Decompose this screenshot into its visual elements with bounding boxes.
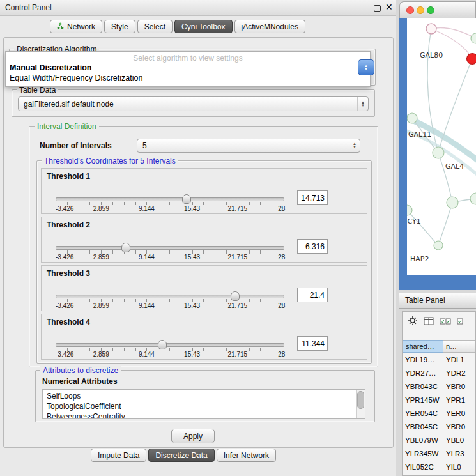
network-node[interactable] bbox=[447, 197, 458, 208]
network-window-titlebar[interactable] bbox=[399, 1, 476, 18]
table-panel-bar[interactable]: Table Panel bbox=[399, 293, 476, 309]
control-panel-titlebar[interactable] bbox=[0, 0, 396, 16]
select-rows-icon[interactable] bbox=[457, 316, 464, 328]
network-canvas[interactable]: GAL80 GAL11 GAL4 GCY1 HAP2 bbox=[407, 18, 476, 275]
tab-jactivemnodules[interactable]: jActiveMNodules bbox=[234, 20, 305, 33]
list-item[interactable]: SelfLoops bbox=[43, 391, 365, 401]
cell[interactable]: YBR0 bbox=[446, 383, 476, 390]
number-of-intervals-combo[interactable]: 5 ▲▼ bbox=[137, 139, 360, 153]
cell[interactable]: YBR043C bbox=[405, 383, 442, 390]
cell[interactable]: YLR3 bbox=[446, 450, 476, 457]
cell[interactable]: YDR27… bbox=[405, 369, 442, 377]
attributes-list[interactable]: SelfLoops TopologicalCoefficient Between… bbox=[42, 389, 365, 419]
table-row[interactable]: YER054CYER0 bbox=[403, 408, 476, 421]
threshold-slider[interactable]: -3.4262.8599.14415.4321.71528 bbox=[56, 340, 283, 358]
network-node[interactable] bbox=[433, 147, 444, 158]
network-node[interactable] bbox=[471, 33, 476, 43]
gear-icon[interactable] bbox=[408, 316, 418, 328]
tab-discretize-data[interactable]: Discretize Data bbox=[148, 449, 214, 462]
columns-icon[interactable] bbox=[424, 316, 434, 328]
close-icon[interactable]: ✕ bbox=[385, 2, 393, 12]
cell[interactable]: YBL079W bbox=[405, 436, 442, 444]
cell[interactable]: YER054C bbox=[405, 410, 442, 417]
apply-button[interactable]: Apply bbox=[171, 429, 215, 443]
slider-thumb[interactable] bbox=[182, 194, 191, 204]
tab-style[interactable]: Style bbox=[104, 20, 135, 33]
mac-minimize-button[interactable] bbox=[417, 6, 424, 14]
threshold-slider[interactable]: -3.4262.8599.14415.4321.71528 bbox=[56, 243, 283, 261]
control-panel-title: Control Panel bbox=[5, 3, 52, 12]
threshold-value-field[interactable] bbox=[297, 288, 328, 302]
slider-track[interactable] bbox=[56, 246, 284, 250]
threshold-label: Threshold 4 bbox=[47, 318, 90, 326]
tab-network[interactable]: Network bbox=[50, 20, 102, 33]
cell[interactable]: YPR1 bbox=[446, 396, 476, 404]
cell[interactable]: YBR0 bbox=[446, 423, 476, 431]
cell[interactable]: YBL0 bbox=[446, 436, 476, 444]
tab-impute-data[interactable]: Impute Data bbox=[91, 449, 146, 462]
slider-track[interactable] bbox=[56, 343, 284, 347]
threshold-slider[interactable]: -3.4262.8599.14415.4321.71528 bbox=[56, 291, 283, 309]
table-row[interactable]: YDL19…YDL1 bbox=[403, 354, 476, 367]
mac-zoom-button[interactable] bbox=[427, 6, 434, 14]
network-node[interactable] bbox=[470, 193, 476, 204]
float-window-icon[interactable] bbox=[374, 5, 381, 12]
scrollbar-thumb[interactable] bbox=[357, 391, 364, 409]
table-row[interactable]: YIL052CYIL0 bbox=[403, 461, 476, 475]
tab-select[interactable]: Select bbox=[137, 20, 173, 33]
tab-infer-network[interactable]: Infer Network bbox=[217, 449, 276, 462]
network-node[interactable] bbox=[434, 241, 443, 250]
scale-label: 9.144 bbox=[139, 351, 155, 358]
table-row[interactable]: YBR045CYBR0 bbox=[403, 421, 476, 434]
table-row[interactable]: YBR043CYBR0 bbox=[403, 381, 476, 394]
cell[interactable]: YDR2 bbox=[446, 369, 476, 377]
network-node[interactable] bbox=[407, 113, 417, 123]
network-node-selected[interactable] bbox=[467, 54, 476, 65]
slider-thumb[interactable] bbox=[121, 243, 130, 252]
network-node[interactable] bbox=[426, 24, 436, 34]
threshold-value-field[interactable] bbox=[297, 190, 328, 205]
cell[interactable]: YPR145W bbox=[405, 396, 442, 404]
algorithm-combo-stepper[interactable]: ▲▼ bbox=[358, 59, 374, 75]
network-tab-icon bbox=[57, 22, 64, 31]
scale-label: 2.859 bbox=[93, 254, 109, 261]
mac-close-button[interactable] bbox=[406, 6, 414, 14]
cell[interactable]: YIL0 bbox=[446, 463, 476, 471]
threshold-slider[interactable]: -3.4262.8599.14415.4321.71528 bbox=[56, 194, 283, 212]
dropdown-item-manual-discretization[interactable]: Manual Discretization bbox=[10, 63, 92, 72]
cell[interactable]: YDL19… bbox=[405, 356, 442, 364]
list-item[interactable]: BetweennessCentrality bbox=[43, 411, 365, 419]
table-row[interactable]: YLR345WYLR3 bbox=[403, 448, 476, 461]
dropdown-item-equal-width-frequency[interactable]: Equal Width/Frequency Discretization bbox=[10, 73, 142, 82]
cell[interactable]: YDL1 bbox=[446, 356, 476, 364]
cell[interactable]: YLR345W bbox=[405, 450, 442, 457]
threshold-value-field[interactable] bbox=[297, 336, 328, 351]
cell[interactable]: YER0 bbox=[446, 410, 476, 417]
table-row[interactable]: YDR27…YDR2 bbox=[403, 367, 476, 381]
threshold-value-field[interactable] bbox=[297, 239, 328, 254]
table-row[interactable]: YPR145WYPR1 bbox=[403, 394, 476, 408]
scale-label: 9.144 bbox=[139, 205, 155, 212]
scale-label: 15.43 bbox=[184, 205, 200, 212]
slider-thumb[interactable] bbox=[158, 340, 167, 349]
number-of-intervals-label: Number of Intervals bbox=[40, 141, 112, 150]
cell[interactable]: YIL052C bbox=[405, 463, 442, 471]
scale-label: 15.43 bbox=[184, 351, 200, 358]
algorithm-dropdown-popup: Select algorithm to view settings Manual… bbox=[5, 51, 371, 87]
table-row[interactable]: YBL079WYBL0 bbox=[403, 434, 476, 448]
column-header-shared-name[interactable]: shared… bbox=[403, 340, 443, 353]
list-scrollbar[interactable] bbox=[356, 390, 365, 418]
slider-thumb[interactable] bbox=[231, 291, 240, 301]
threshold-panel-2: Threshold 2 -3.4262.8599.14415.4321.7152… bbox=[41, 217, 367, 263]
column-header-name[interactable]: n… bbox=[443, 340, 476, 353]
scale-label: 28 bbox=[278, 254, 285, 261]
tab-cyni-toolbox[interactable]: Cyni Toolbox bbox=[174, 20, 232, 33]
slider-track[interactable] bbox=[56, 295, 284, 298]
scale-label: 28 bbox=[278, 351, 285, 358]
table-data-combo[interactable]: galFiltered.sif default node ▲▼ bbox=[18, 96, 369, 111]
select-columns-icon[interactable] bbox=[440, 316, 451, 328]
list-item[interactable]: TopologicalCoefficient bbox=[43, 401, 365, 411]
network-node[interactable] bbox=[407, 205, 412, 215]
slider-track[interactable] bbox=[56, 197, 284, 201]
cell[interactable]: YBR045C bbox=[405, 423, 442, 431]
